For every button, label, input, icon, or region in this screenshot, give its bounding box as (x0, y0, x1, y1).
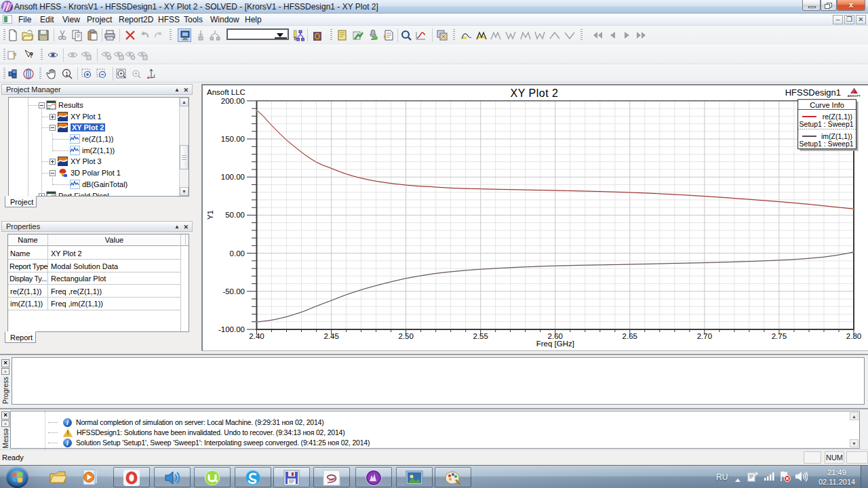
svg-text:1: 1 (65, 70, 68, 77)
svg-text:2.70: 2.70 (697, 332, 712, 340)
svg-text:0.00: 0.00 (230, 249, 245, 258)
svg-text:2.40: 2.40 (249, 332, 264, 340)
svg-text:-50.00: -50.00 (222, 287, 245, 296)
svg-text:?: ? (29, 52, 33, 59)
svg-text:2.45: 2.45 (323, 332, 338, 340)
svg-text:XY Plot 2: XY Plot 2 (511, 87, 559, 99)
svg-text:Setup1 : Sweep1: Setup1 : Sweep1 (800, 140, 854, 148)
svg-text:2.80: 2.80 (846, 332, 861, 340)
svg-text:-100.00: -100.00 (218, 325, 245, 333)
svg-text:200.00: 200.00 (221, 97, 245, 105)
svg-text:Freq [GHz]: Freq [GHz] (536, 340, 574, 348)
svg-text:2.65: 2.65 (623, 332, 637, 340)
svg-text:Y1: Y1 (206, 210, 214, 220)
svg-text:100.00: 100.00 (221, 173, 245, 181)
svg-text:150.00: 150.00 (221, 135, 245, 143)
svg-text:?: ? (12, 52, 17, 60)
svg-text:50.00: 50.00 (225, 211, 245, 219)
svg-text:2.55: 2.55 (473, 332, 488, 340)
svg-text:HFSSDesign1: HFSSDesign1 (785, 87, 841, 98)
svg-text:Setup1 : Sweep1: Setup1 : Sweep1 (800, 120, 854, 128)
svg-text:Ansoft LLC: Ansoft LLC (207, 88, 245, 96)
svg-text:Curve Info: Curve Info (810, 101, 844, 109)
svg-text:2.50: 2.50 (398, 332, 413, 340)
svg-text:2.75: 2.75 (772, 332, 787, 340)
svg-text:ANSOFT: ANSOFT (848, 94, 861, 98)
